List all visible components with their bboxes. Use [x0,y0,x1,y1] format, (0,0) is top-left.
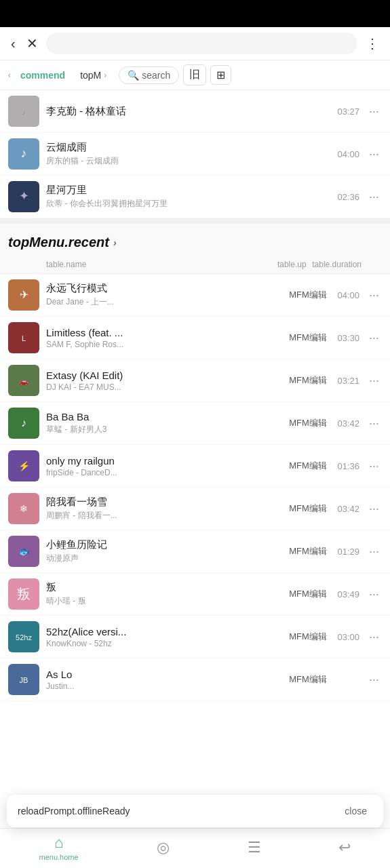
song-more-button[interactable]: ··· [366,374,382,388]
song-thumbnail: L [8,322,39,353]
svg-text:✈: ✈ [20,289,28,300]
song-uploader: MFM编辑 [288,673,328,686]
back-button[interactable]: ‹ [8,33,18,54]
song-more-button[interactable]: ··· [366,331,382,345]
list-item: ⚡ only my railgun fripSide - DanceD... M… [0,445,390,488]
svg-text:♪: ♪ [21,146,27,160]
section-title[interactable]: topMenu.recent › [8,235,382,250]
table-header: table.name table.up table.duration [0,256,390,274]
song-info: 李克勤 - 格林童话 [46,105,328,118]
svg-text:❄: ❄ [20,503,28,514]
commend-song-list: ♪ 李克勤 - 格林童话 03:27 ··· ♪ 云烟成雨 房东的猫 - 云烟成… [0,90,390,218]
song-thumbnail: 叛 [8,578,39,610]
search-circle-icon: ◎ [157,839,170,856]
song-info: Extasy (KAI Edit) DJ KAI - EA7 MUS... [46,370,281,392]
song-thumbnail: ♪ [8,138,39,170]
svg-text:⚡: ⚡ [18,460,31,472]
song-more-button[interactable]: ··· [366,190,382,204]
svg-text:52hz: 52hz [16,633,32,642]
list-item: 叛 叛 晴小瑶 - 叛 MFM编辑 03:49 ··· [0,573,390,616]
song-more-button[interactable]: ··· [366,288,382,302]
song-more-button[interactable]: ··· [366,545,382,559]
toast-close-button[interactable]: close [339,804,372,818]
more-button[interactable]: ⋮ [363,33,382,54]
song-more-button[interactable]: ··· [366,587,382,601]
svg-text:🚗: 🚗 [19,376,28,386]
tab-commend[interactable]: commend [15,67,71,83]
list-item: L Limitless (feat. ... SAM F, Sophie Ros… [0,317,390,359]
song-info: 云烟成雨 房东的猫 - 云烟成雨 [46,141,328,167]
song-info: 星河万里 欣蒂 - 你会长出羽翼拥抱星河万里 [46,184,328,210]
search-icon: 🔍 [128,70,139,81]
menu-nav-button[interactable]: ☰ [248,839,261,856]
tab-back-arrow[interactable]: ‹ [8,71,11,80]
search-tab[interactable]: 🔍 search [119,66,179,84]
tab-bar: ‹ commend topM › 🔍 search 旧 ⊞ [0,60,390,90]
old-view-button[interactable]: 旧 [183,64,206,85]
list-item: ✦ 星河万里 欣蒂 - 你会长出羽翼拥抱星河万里 02:36 ··· [0,176,390,218]
back-arrow-icon: ↩ [338,839,351,856]
tab-forward-arrow: › [104,71,106,80]
song-artist: 草蜢 - 新好男人3 [46,424,281,435]
song-duration: 03:00 [335,632,359,642]
song-more-button[interactable]: ··· [366,673,382,687]
song-title: 星河万里 [46,184,328,197]
home-label: menu.home [39,853,78,861]
song-duration: 03:30 [335,333,359,343]
song-info: Limitless (feat. ... SAM F, Sophie Ros..… [46,327,281,349]
song-artist: KnowKnow - 52hz [46,639,281,648]
song-duration: 01:36 [335,461,359,471]
recent-section-header: topMenu.recent › [0,218,390,256]
song-uploader: MFM编辑 [288,588,328,600]
song-duration: 02:36 [335,192,359,202]
tab-topmenu[interactable]: topM › [75,67,112,83]
song-artist: DJ KAI - EA7 MUS... [46,382,281,392]
song-info: 永远飞行模式 Dear Jane - 上一... [46,282,281,308]
song-title: 陪我看一场雪 [46,496,281,509]
list-item: 🚗 Extasy (KAI Edit) DJ KAI - EA7 MUS... … [0,359,390,402]
home-nav-button[interactable]: ⌂ menu.home [39,834,78,861]
song-more-button[interactable]: ··· [366,104,382,119]
song-info: As Lo Justin... [46,669,281,691]
song-uploader: MFM编辑 [288,545,328,557]
svg-text:✦: ✦ [19,189,29,203]
song-artist: 晴小瑶 - 叛 [46,595,281,607]
nav-bar: ‹ ✕ ⋮ [0,27,390,60]
grid-view-button[interactable]: ⊞ [210,65,231,85]
song-artist: Justin... [46,682,281,691]
list-icon: ☰ [248,839,261,856]
list-item: ❄ 陪我看一场雪 周鹏宵 - 陪我看一... MFM编辑 03:42 ··· [0,488,390,530]
song-more-button[interactable]: ··· [366,147,382,161]
song-info: only my railgun fripSide - DanceD... [46,455,281,477]
song-uploader: MFM编辑 [288,460,328,472]
column-name: table.name [39,260,271,269]
svg-text:♪: ♪ [21,417,26,429]
close-button[interactable]: ✕ [24,33,41,54]
list-item: 52hz 52hz(Alice versi... KnowKnow - 52hz… [0,616,390,658]
content-area: ♪ 李克勤 - 格林童话 03:27 ··· ♪ 云烟成雨 房东的猫 - 云烟成… [0,90,390,701]
song-info: 叛 晴小瑶 - 叛 [46,581,281,607]
song-title: Extasy (KAI Edit) [46,370,281,381]
song-more-button[interactable]: ··· [366,416,382,431]
song-artist: fripSide - DanceD... [46,468,281,477]
song-uploader: MFM编辑 [288,502,328,515]
list-item: 🐟 小鲤鱼历险记 动漫原声 MFM编辑 01:29 ··· [0,530,390,573]
song-more-button[interactable]: ··· [366,502,382,516]
song-duration: 03:27 [335,106,359,117]
song-info: 52hz(Alice versi... KnowKnow - 52hz [46,626,281,648]
svg-text:L: L [22,334,26,342]
song-thumbnail: ✈ [8,279,39,311]
song-thumbnail: ♪ [8,96,39,127]
song-title: 云烟成雨 [46,141,328,154]
song-more-button[interactable]: ··· [366,630,382,644]
song-thumbnail: 🐟 [8,536,39,567]
song-duration: 01:29 [335,547,359,557]
search-nav-button[interactable]: ◎ [157,839,170,856]
song-title: As Lo [46,669,281,680]
song-thumbnail: JB [8,664,39,695]
song-duration: 03:49 [335,589,359,599]
back-nav-button[interactable]: ↩ [338,839,351,856]
url-bar[interactable] [46,33,357,54]
song-thumbnail: ⚡ [8,450,39,481]
song-more-button[interactable]: ··· [366,459,382,473]
